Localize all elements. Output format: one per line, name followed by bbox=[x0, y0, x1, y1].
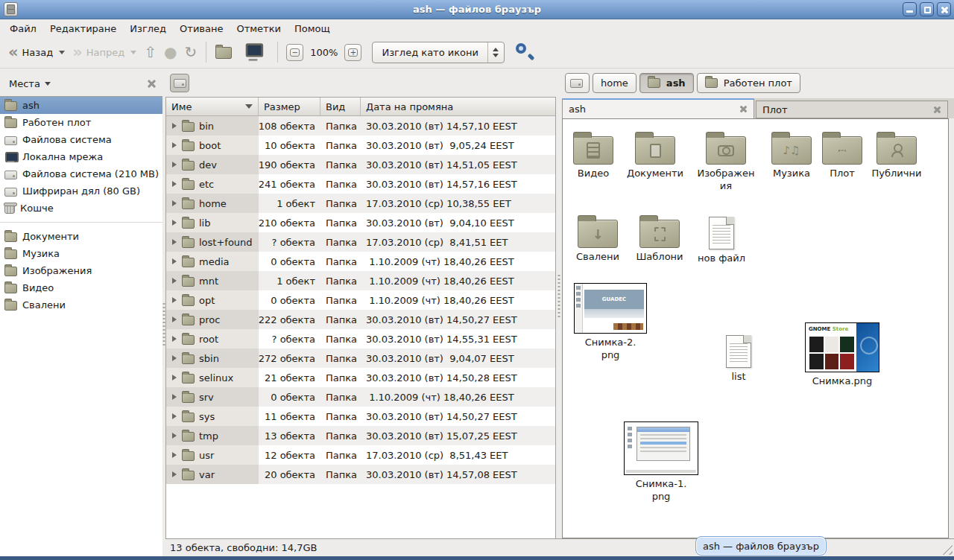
breadcrumb-button-1[interactable]: home bbox=[593, 73, 636, 93]
minimize-button[interactable] bbox=[903, 2, 917, 16]
maximize-button[interactable] bbox=[920, 2, 934, 16]
table-row[interactable]: selinux21 обектаПапка30.03.2010 (вт) 14,… bbox=[166, 368, 555, 387]
sidebar-item[interactable]: Файлова система (210 MB) bbox=[0, 165, 162, 182]
expander-icon[interactable] bbox=[172, 142, 177, 148]
sidebar-item[interactable]: Кошче bbox=[0, 200, 162, 217]
table-row[interactable]: root? обектаПапка30.03.2010 (вт) 14,55,3… bbox=[166, 329, 555, 349]
file-item[interactable]: Снимка-1. png bbox=[624, 420, 698, 503]
expander-icon[interactable] bbox=[172, 278, 177, 284]
name-cell[interactable]: root bbox=[166, 329, 259, 349]
expander-icon[interactable] bbox=[172, 181, 177, 187]
name-cell[interactable]: etc bbox=[166, 174, 259, 194]
file-item[interactable]: нов файл bbox=[689, 215, 754, 264]
file-item[interactable]: GNOME StoreСнимка.png bbox=[805, 321, 879, 387]
sidebar-close-icon[interactable] bbox=[147, 79, 157, 89]
stop-button[interactable]: ● bbox=[160, 42, 180, 63]
taskbar-window-button[interactable]: ash — файлов браузър bbox=[695, 536, 827, 556]
table-row[interactable]: home1 обектПапка17.03.2010 (ср) 10,38,55… bbox=[166, 194, 555, 213]
table-row[interactable]: mnt1 обектПапка 1.10.2009 (чт) 18,40,26 … bbox=[166, 271, 555, 290]
sidebar-item[interactable]: Работен плот bbox=[0, 114, 162, 131]
zoom-out-button[interactable]: − bbox=[286, 44, 303, 61]
tab-ash[interactable]: ash bbox=[562, 98, 754, 118]
places-caret-icon[interactable] bbox=[45, 82, 51, 86]
sidebar-item[interactable]: Музика bbox=[0, 245, 162, 262]
root-location-toggle-button[interactable] bbox=[170, 74, 189, 92]
sidebar-item[interactable]: Файлова система bbox=[0, 131, 162, 148]
column-header-date[interactable]: Дата на промяна bbox=[361, 98, 555, 115]
table-row[interactable]: media0 обектаПапка 1.10.2009 (чт) 18,40,… bbox=[166, 252, 555, 271]
expander-icon[interactable] bbox=[172, 239, 177, 245]
expander-icon[interactable] bbox=[172, 220, 177, 226]
name-cell[interactable]: var bbox=[166, 465, 259, 484]
expander-icon[interactable] bbox=[172, 200, 177, 206]
table-row[interactable]: srv0 обектаПапка 1.10.2009 (чт) 18,40,26… bbox=[166, 387, 555, 407]
breadcrumb-button-2[interactable]: ash bbox=[639, 73, 694, 93]
name-cell[interactable]: srv bbox=[166, 387, 259, 407]
table-row[interactable]: dev190 обектаПапка30.03.2010 (вт) 14,51,… bbox=[166, 155, 555, 174]
column-header-type[interactable]: Вид bbox=[320, 98, 361, 115]
table-row[interactable]: lost+found? обектаПапка17.03.2010 (ср) 8… bbox=[166, 232, 555, 252]
expander-icon[interactable] bbox=[172, 375, 177, 381]
expander-icon[interactable] bbox=[172, 297, 177, 303]
name-cell[interactable]: usr bbox=[166, 445, 259, 465]
zoom-in-button[interactable]: + bbox=[344, 44, 361, 61]
computer-button[interactable] bbox=[241, 42, 272, 62]
up-button[interactable]: ⇧ bbox=[140, 42, 160, 63]
menu-item-4[interactable]: Отметки bbox=[230, 22, 287, 36]
name-cell[interactable]: media bbox=[166, 252, 259, 271]
menu-item-2[interactable]: Изглед bbox=[123, 22, 173, 36]
pane-splitter[interactable] bbox=[556, 96, 562, 538]
sidebar-item[interactable]: Локална мрежа bbox=[0, 148, 162, 165]
name-cell[interactable]: lib bbox=[166, 213, 259, 232]
expander-icon[interactable] bbox=[172, 162, 177, 168]
name-cell[interactable]: lost+found bbox=[166, 232, 259, 252]
expander-icon[interactable] bbox=[172, 355, 177, 361]
table-row[interactable]: bin108 обектаПапка30.03.2010 (вт) 14,57,… bbox=[166, 116, 555, 136]
name-cell[interactable]: proc bbox=[166, 310, 259, 329]
resize-grip[interactable] bbox=[942, 544, 953, 555]
sidebar-item[interactable]: Видео bbox=[0, 279, 162, 296]
expander-icon[interactable] bbox=[172, 452, 177, 458]
menu-item-5[interactable]: Помощ bbox=[288, 22, 337, 36]
file-item[interactable]: Шаблони bbox=[627, 214, 692, 263]
forward-button[interactable]: » Напред bbox=[69, 42, 140, 62]
table-row[interactable]: sbin272 обектаПапка30.03.2010 (вт) 9,04,… bbox=[166, 349, 555, 368]
table-row[interactable]: opt0 обектаПапка 1.10.2009 (чт) 18,40,26… bbox=[166, 290, 555, 310]
search-button[interactable] bbox=[514, 41, 536, 63]
expander-icon[interactable] bbox=[172, 123, 177, 129]
file-item[interactable]: list bbox=[707, 334, 771, 383]
expander-icon[interactable] bbox=[172, 336, 177, 342]
breadcrumb-button-0[interactable] bbox=[565, 73, 590, 93]
table-row[interactable]: tmp13 обектаПапка30.03.2010 (вт) 15,07,2… bbox=[166, 426, 555, 445]
table-row[interactable]: sys11 обектаПапка30.03.2010 (вт) 14,50,2… bbox=[166, 407, 555, 426]
name-cell[interactable]: home bbox=[166, 194, 259, 213]
name-cell[interactable]: mnt bbox=[166, 271, 259, 290]
name-cell[interactable]: boot bbox=[166, 136, 259, 155]
sidebar-item[interactable]: Свалени bbox=[0, 296, 162, 314]
tab-close-icon[interactable] bbox=[933, 106, 941, 114]
close-button[interactable] bbox=[937, 2, 951, 16]
name-cell[interactable]: opt bbox=[166, 290, 259, 310]
back-button[interactable]: « Назад bbox=[4, 42, 69, 62]
menu-item-3[interactable]: Отиване bbox=[173, 22, 230, 36]
menu-item-1[interactable]: Редактиране bbox=[43, 22, 123, 36]
table-row[interactable]: lib210 обектаПапка30.03.2010 (вт) 9,04,1… bbox=[166, 213, 555, 232]
name-cell[interactable]: tmp bbox=[166, 426, 259, 445]
table-row[interactable]: var20 обектаПапка30.03.2010 (вт) 14,57,0… bbox=[166, 465, 555, 484]
column-header-name[interactable]: Име bbox=[166, 98, 259, 115]
sidebar-item[interactable]: Документи bbox=[0, 228, 162, 245]
file-item[interactable]: Видео bbox=[562, 130, 627, 179]
name-cell[interactable]: dev bbox=[166, 155, 259, 174]
file-item[interactable]: Публични bbox=[862, 130, 931, 179]
name-cell[interactable]: sbin bbox=[166, 349, 259, 368]
tab-close-icon[interactable] bbox=[739, 105, 748, 113]
sidebar-item[interactable]: Шифриран дял (80 GB) bbox=[0, 182, 162, 200]
menu-item-0[interactable]: Файл bbox=[3, 22, 43, 36]
home-button[interactable] bbox=[212, 42, 241, 62]
name-cell[interactable]: bin bbox=[166, 116, 259, 136]
expander-icon[interactable] bbox=[172, 316, 177, 322]
tab-Плот[interactable]: Плот bbox=[756, 101, 948, 118]
file-item[interactable]: Свалени bbox=[564, 214, 631, 263]
table-row[interactable]: proc222 обектаПапка30.03.2010 (вт) 14,50… bbox=[166, 310, 555, 329]
sidebar-item[interactable]: Изображения bbox=[0, 262, 162, 279]
